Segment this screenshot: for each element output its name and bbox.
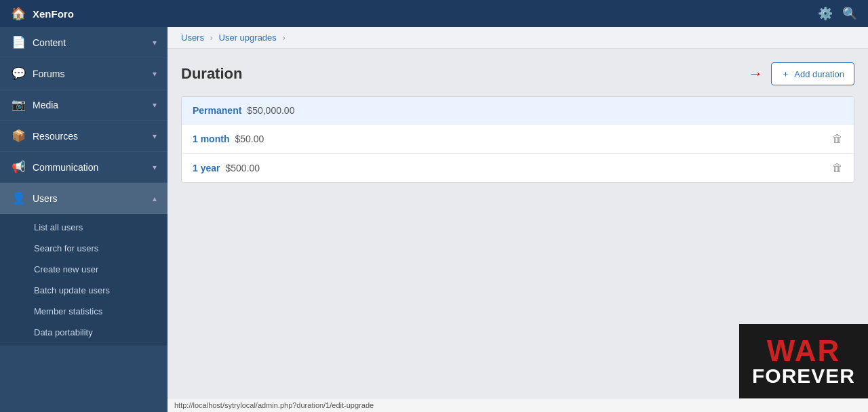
duration-row-1month: 1 month $50.00 🗑 xyxy=(182,125,854,154)
forever-text: FOREVER xyxy=(752,366,855,386)
sidebar-label-communication: Communication xyxy=(33,162,153,173)
war-forever-logo: WAR FOREVER xyxy=(739,324,868,398)
communication-chevron: ▾ xyxy=(153,163,157,172)
top-navigation: 🏠 XenForo ⚙️ 🔍 xyxy=(0,0,868,27)
sidebar-item-content[interactable]: 📄 Content ▾ xyxy=(0,27,167,58)
sidebar-subitem-data-portability[interactable]: Data portability xyxy=(0,322,167,343)
users-submenu: List all users Search for users Create n… xyxy=(0,214,167,346)
sidebar-item-resources[interactable]: 📦 Resources ▾ xyxy=(0,121,167,152)
sidebar-item-forums[interactable]: 💬 Forums ▾ xyxy=(0,58,167,89)
sidebar-subitem-create-new-user[interactable]: Create new user xyxy=(0,259,167,280)
duration-name-1year: 1 year xyxy=(193,163,220,173)
add-duration-label: Add duration xyxy=(794,69,844,79)
sidebar-label-resources: Resources xyxy=(33,131,153,142)
breadcrumb-user-upgrades[interactable]: User upgrades xyxy=(219,33,277,43)
sidebar-item-communication[interactable]: 📢 Communication ▾ xyxy=(0,152,167,183)
brand-area: 🏠 XenForo xyxy=(11,6,818,21)
sidebar-label-forums: Forums xyxy=(33,68,153,79)
plus-icon: ＋ xyxy=(781,68,790,80)
sidebar-subitem-search-for-users[interactable]: Search for users xyxy=(0,238,167,259)
sidebar-subitem-list-all-users[interactable]: List all users xyxy=(0,217,167,238)
sidebar-subitem-batch-update-users[interactable]: Batch update users xyxy=(0,280,167,301)
status-bar: http://localhost/sytrylocal/admin.php?du… xyxy=(167,398,868,412)
sidebar-item-media[interactable]: 📷 Media ▾ xyxy=(0,89,167,121)
content-icon: 📄 xyxy=(11,35,26,49)
forums-icon: 💬 xyxy=(11,66,26,81)
content-chevron: ▾ xyxy=(153,38,157,47)
media-icon: 📷 xyxy=(11,98,26,112)
search-icon[interactable]: 🔍 xyxy=(842,6,857,21)
resources-chevron: ▾ xyxy=(153,131,157,141)
war-text: WAR xyxy=(767,336,841,366)
users-chevron: ▴ xyxy=(153,194,157,203)
home-icon[interactable]: 🏠 xyxy=(11,6,26,21)
nav-icons: ⚙️ 🔍 xyxy=(818,6,857,21)
sidebar-label-media: Media xyxy=(33,100,153,110)
breadcrumb-users[interactable]: Users xyxy=(181,33,204,43)
arrow-indicator: → xyxy=(748,65,763,83)
add-duration-button[interactable]: ＋ Add duration xyxy=(771,62,854,85)
duration-row-permanent: Permanent $50,000.00 xyxy=(182,97,854,125)
resources-icon: 📦 xyxy=(11,129,26,143)
media-chevron: ▾ xyxy=(153,100,157,110)
delete-1year-button[interactable]: 🗑 xyxy=(832,162,843,174)
duration-price-1year: $500.00 xyxy=(225,163,260,173)
sidebar-label-content: Content xyxy=(33,37,153,48)
page-header: Duration → ＋ Add duration xyxy=(181,62,854,85)
sidebar-subitem-member-statistics[interactable]: Member statistics xyxy=(0,301,167,322)
sidebar: 📄 Content ▾ 💬 Forums ▾ 📷 Media ▾ 📦 Resou… xyxy=(0,27,167,412)
sidebar-item-users[interactable]: 👤 Users ▴ xyxy=(0,183,167,214)
sidebar-label-users: Users xyxy=(33,193,153,204)
settings-icon[interactable]: ⚙️ xyxy=(818,6,833,21)
duration-table: Permanent $50,000.00 1 month $50.00 🗑 1 … xyxy=(181,96,854,183)
page-title: Duration xyxy=(181,65,748,83)
users-icon: 👤 xyxy=(11,191,26,205)
duration-price-1month: $50.00 xyxy=(235,133,264,144)
brand-name: XenForo xyxy=(33,8,74,20)
duration-name-1month: 1 month xyxy=(193,133,229,144)
status-url: http://localhost/sytrylocal/admin.php?du… xyxy=(174,401,374,409)
duration-name-permanent: Permanent xyxy=(193,105,241,116)
duration-row-1year: 1 year $500.00 🗑 xyxy=(182,154,854,182)
duration-price-permanent: $50,000.00 xyxy=(247,105,294,116)
communication-icon: 📢 xyxy=(11,160,26,174)
breadcrumb: Users › User upgrades › xyxy=(167,27,868,49)
delete-1month-button[interactable]: 🗑 xyxy=(832,133,843,145)
forums-chevron: ▾ xyxy=(153,69,157,79)
